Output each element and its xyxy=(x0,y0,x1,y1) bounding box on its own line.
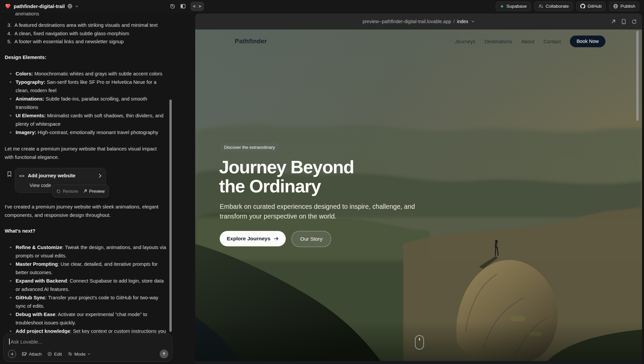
nav-link-journeys[interactable]: Journeys xyxy=(455,39,476,44)
hero-subtext: Embark on curated experiences designed t… xyxy=(220,202,421,221)
whats-next-heading: What's next? xyxy=(5,227,170,235)
preview-window: preview--pathfinder-digital-trail.lovabl… xyxy=(195,13,642,364)
scroll-indicator-icon xyxy=(415,335,424,350)
list-item: Animations: Subtle fade-ins, parallax sc… xyxy=(5,95,170,112)
nav-link-destinations[interactable]: Destinations xyxy=(484,39,512,44)
restore-icon xyxy=(56,189,61,193)
external-link-icon xyxy=(83,189,87,193)
design-elements-heading: Design Elements: xyxy=(5,53,170,62)
text-caret xyxy=(9,339,10,345)
attach-button[interactable]: Attach xyxy=(22,352,42,357)
add-button[interactable] xyxy=(8,350,16,358)
supabase-icon xyxy=(500,4,504,9)
chat-composer[interactable]: Ask Lovable... Attach Edit xyxy=(3,333,172,362)
mode-selector[interactable]: Mode xyxy=(68,352,91,357)
bullet-dot xyxy=(10,297,11,299)
bullet-dot xyxy=(10,132,11,133)
url-page: index xyxy=(457,19,468,24)
bullet-dot xyxy=(10,98,11,100)
edit-button[interactable]: Edit xyxy=(47,352,62,357)
send-button[interactable] xyxy=(160,350,168,358)
bullet-dot xyxy=(10,73,11,75)
site-hero: Pathfinder Journeys Destinations About C… xyxy=(195,29,642,364)
list-item: Typography: San-serif fonts like SF Pro … xyxy=(5,78,170,95)
list-item: 3.A featured destinations area with stri… xyxy=(7,21,170,29)
list-item: Imagery: High-contrast, emotionally reso… xyxy=(5,128,170,137)
list-item: Debug with Ease: Activate our experiment… xyxy=(5,310,170,327)
list-item: GitHub Sync: Transfer your project's cod… xyxy=(5,294,170,310)
hero-heading: Journey Beyond the Ordinary xyxy=(219,158,354,196)
bullet-dot xyxy=(10,247,11,248)
bullet-dot xyxy=(10,280,11,282)
bookmark-icon[interactable] xyxy=(7,171,12,193)
preview-url[interactable]: preview--pathfinder-digital-trail.lovabl… xyxy=(363,19,475,24)
project-menu[interactable]: pathfinder-digital-trail xyxy=(5,3,78,9)
github-icon xyxy=(580,4,585,9)
collaborate-icon xyxy=(538,4,543,8)
history-icon[interactable] xyxy=(170,3,175,9)
assistant-paragraph: Let me create a premium journey website … xyxy=(5,145,162,162)
site-scrollbar[interactable] xyxy=(636,31,639,121)
hero-landscape-image xyxy=(195,29,642,364)
book-now-button[interactable]: Book Now xyxy=(570,36,605,47)
design-bullets-list: Colors: Monochromatic whites and grays w… xyxy=(5,70,170,137)
app-window: pathfinder-digital-trail < > xyxy=(0,0,644,364)
chat-scrollbar[interactable] xyxy=(169,100,172,332)
url-host: preview--pathfinder-digital-trail.lovabl… xyxy=(363,19,451,24)
top-app-bar: pathfinder-digital-trail < > xyxy=(0,0,644,12)
chevron-down-icon xyxy=(75,5,78,8)
open-external-icon[interactable] xyxy=(611,19,616,24)
mobile-view-icon[interactable] xyxy=(622,19,626,24)
github-button[interactable]: GitHub xyxy=(576,2,606,11)
list-item: Colors: Monochromatic whites and grays w… xyxy=(5,70,170,78)
artifact-title: Add journey website xyxy=(28,172,96,179)
preview-toolbar: preview--pathfinder-digital-trail.lovabl… xyxy=(195,13,642,29)
chat-numbered-list: 3.A featured destinations area with stri… xyxy=(5,21,170,46)
refresh-icon[interactable] xyxy=(632,19,637,24)
next-section-edge xyxy=(195,361,642,364)
code-view-button[interactable]: < > xyxy=(191,2,204,11)
bullet-dot xyxy=(10,263,11,265)
bullet-dot xyxy=(10,330,11,332)
list-item: Refine & Customize: Tweak the design, an… xyxy=(5,243,170,260)
chevron-down-icon xyxy=(88,353,91,356)
hero-badge: Discover the extraordinary xyxy=(220,143,279,151)
explore-journeys-button[interactable]: Explore Journeys xyxy=(220,231,286,246)
image-icon xyxy=(22,352,27,356)
publish-button[interactable]: Publish xyxy=(609,2,639,11)
globe-icon xyxy=(67,4,72,9)
site-logo[interactable]: Pathfinder xyxy=(235,38,267,45)
artifact-card[interactable]: <> Add journey website View code xyxy=(15,168,106,193)
our-story-button[interactable]: Our Story xyxy=(291,231,331,247)
list-item: UI Elements: Minimalist cards with soft … xyxy=(5,112,170,128)
restore-button[interactable]: Restore xyxy=(56,187,78,195)
project-name: pathfinder-digital-trail xyxy=(14,4,65,9)
publish-globe-icon xyxy=(613,4,618,9)
list-item: 4.A clean, fixed navigation with subtle … xyxy=(7,29,170,38)
bullet-dot xyxy=(10,314,11,315)
target-icon xyxy=(47,352,52,356)
bullet-dot xyxy=(10,81,11,83)
site-nav: Pathfinder Journeys Destinations About C… xyxy=(195,29,642,53)
arrow-right-icon xyxy=(274,237,279,241)
code-icon: <> xyxy=(19,172,25,180)
chat-clipped-line: animations xyxy=(15,12,170,18)
list-item: Master Prompting: Use clear, detailed, a… xyxy=(5,260,170,277)
sliders-icon xyxy=(68,352,72,356)
nav-link-about[interactable]: About xyxy=(521,39,534,44)
supabase-button[interactable]: Supabase xyxy=(496,2,531,11)
chat-panel: animations 3.A featured destinations are… xyxy=(0,12,175,364)
bullet-dot xyxy=(10,115,11,117)
lovable-logo-icon xyxy=(5,3,11,9)
arrow-up-icon xyxy=(162,352,166,356)
chevron-down-icon xyxy=(471,20,475,23)
collaborate-button[interactable]: Collaborate xyxy=(534,2,573,11)
composer-placeholder: Ask Lovable... xyxy=(11,339,42,345)
list-item: 5.A footer with essential links and news… xyxy=(7,38,170,46)
preview-button[interactable]: Preview xyxy=(83,187,105,195)
nav-link-contact[interactable]: Contact xyxy=(543,39,561,44)
chevron-right-icon xyxy=(99,174,102,178)
next-steps-list: Refine & Customize: Tweak the design, an… xyxy=(5,243,170,344)
panel-toggle-icon[interactable] xyxy=(180,3,186,9)
artifact-actions: Restore Preview xyxy=(52,185,109,198)
